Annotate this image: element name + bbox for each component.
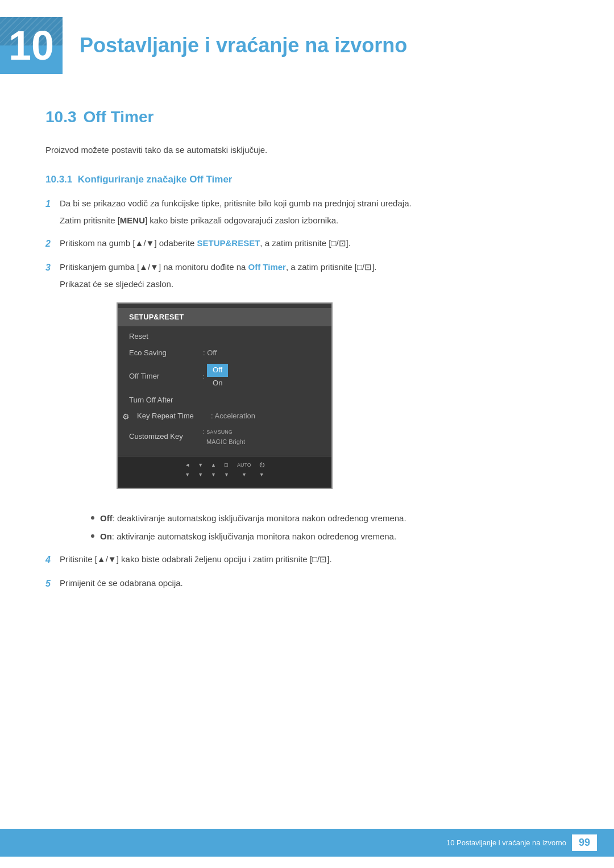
menu-row-label: Turn Off After [129, 394, 203, 406]
footer-page-num: 99 [572, 834, 597, 851]
menu-row-reset: Reset [118, 329, 331, 345]
monitor-screenshot: SETUP&RESET Reset Eco Saving : Off [117, 302, 333, 489]
page-header: 10 Postavljanje i vraćanje na izvorno [0, 0, 614, 85]
chapter-number-block: 10 [0, 17, 63, 74]
bullet-item-on: On: aktiviranje automatskog isključivanj… [91, 530, 569, 543]
step-item-4: 4 Pritisnite [▲/▼] kako biste odabrali ž… [45, 553, 569, 567]
section-heading: 10.3Off Timer [45, 108, 569, 126]
bullet-dot [91, 534, 94, 538]
step-text: Pritiskom na gumb [▲/▼] odaberite SETUP&… [60, 238, 351, 248]
step-number: 2 [45, 236, 60, 251]
menu-items: Reset Eco Saving : Off Off Timer : [118, 326, 331, 451]
toolbar-btn-down: ▼ ▼ [198, 460, 203, 479]
menu-row-label: Customized Key [129, 431, 203, 443]
step-text: Da bi se prikazao vodič za funkcijske ti… [60, 198, 412, 208]
subsection-heading: 10.3.1 Konfiguriranje značajke Off Timer [45, 174, 569, 185]
chapter-title: Postavljanje i vraćanje na izvorno [80, 34, 407, 57]
step-text: Primijenit će se odabrana opcija. [60, 578, 183, 588]
bullet-text-off: Off: deaktiviranje automatskog isključiv… [100, 512, 406, 525]
value-box: Off On [207, 364, 228, 390]
bullet-item-off: Off: deaktiviranje automatskog isključiv… [91, 512, 569, 525]
monitor-menu: SETUP&RESET Reset Eco Saving : Off [118, 304, 331, 456]
menu-row-eco: Eco Saving : Off [118, 345, 331, 362]
step-item-5: 5 Primijenit će se odabrana opcija. [45, 576, 569, 591]
step-item: 3 Pritiskanjem gumba [▲/▼] na monitoru d… [45, 260, 569, 501]
section-number: 10.3 [45, 108, 77, 126]
main-content: 10.3Off Timer Proizvod možete postaviti … [0, 108, 614, 647]
menu-row-turn-off: Turn Off After [118, 392, 331, 409]
step-text: Pritiskanjem gumba [▲/▼] na monitoru dođ… [60, 262, 377, 272]
page-footer: 10 Postavljanje i vraćanje na izvorno 99 [0, 829, 614, 857]
val-off: Off [207, 364, 228, 377]
step-content: Pritisnite [▲/▼] kako biste odabrali žel… [60, 553, 569, 567]
menu-title: SETUP&RESET [118, 308, 331, 327]
step-content: Pritiskom na gumb [▲/▼] odaberite SETUP&… [60, 236, 569, 251]
menu-row-key-repeat: ⚙ Key Repeat Time : Acceleration [118, 408, 331, 425]
menu-row-label: Key Repeat Time [137, 410, 211, 422]
step-item: 2 Pritiskom na gumb [▲/▼] odaberite SETU… [45, 236, 569, 251]
menu-row-label: Reset [129, 331, 203, 343]
step-number: 4 [45, 553, 60, 567]
selection-indicator: : [203, 372, 205, 382]
steps-list-cont: 4 Pritisnite [▲/▼] kako biste odabrali ž… [45, 553, 569, 591]
toolbar-btn-up: ▲ ▼ [211, 460, 216, 479]
toolbar-btn-left: ◄ ▼ [185, 460, 190, 479]
step-content: Da bi se prikazao vodič za funkcijske ti… [60, 197, 569, 227]
menu-row-label: Eco Saving [129, 347, 203, 359]
step-content: Pritiskanjem gumba [▲/▼] na monitoru dođ… [60, 260, 569, 501]
intro-text: Proizvod možete postaviti tako da se aut… [45, 143, 569, 157]
toolbar-btn-power: ⏻ ▼ [259, 460, 264, 479]
step-sub: Zatim pritisnite [MENU] kako biste prika… [60, 214, 569, 227]
toolbar-btn-auto: AUTO ▼ [237, 460, 251, 479]
menu-row-value: : SAMSUNG MAGIC Bright [203, 427, 245, 447]
section-title: Off Timer [84, 108, 154, 126]
menu-row-value: : Off [203, 347, 217, 359]
menu-row-label: Off Timer [129, 371, 203, 383]
step-number: 1 [45, 197, 60, 227]
steps-list: 1 Da bi se prikazao vodič za funkcijske … [45, 197, 569, 500]
footer-text: 10 Postavljanje i vraćanje na izvorno [446, 838, 566, 847]
subsection-number: 10.3.1 [45, 174, 72, 185]
val-on: On [207, 377, 228, 390]
menu-row-customized: Customized Key : SAMSUNG MAGIC Bright [118, 425, 331, 449]
step-number: 3 [45, 260, 60, 501]
step-text: Pritisnite [▲/▼] kako biste odabrali žel… [60, 554, 332, 564]
step-item: 1 Da bi se prikazao vodič za funkcijske … [45, 197, 569, 227]
menu-row-off-timer: Off Timer : Off On [118, 362, 331, 392]
bullet-text-on: On: aktiviranje automatskog isključivanj… [100, 530, 396, 543]
step-content: Primijenit će se odabrana opcija. [60, 576, 569, 591]
chapter-number: 10 [9, 25, 54, 66]
step-sub: Prikazat će se sljedeći zaslon. [60, 277, 569, 291]
subsection-title: Konfiguriranje značajke Off Timer [78, 174, 233, 185]
menu-row-value: : Acceleration [211, 410, 255, 422]
gear-icon: ⚙ [122, 410, 130, 423]
monitor-toolbar: ◄ ▼ ▼ ▼ ▲ ▼ ⊡ ▼ [118, 456, 331, 482]
bullet-list: Off: deaktiviranje automatskog isključiv… [91, 512, 569, 543]
toolbar-btn-enter: ⊡ ▼ [224, 460, 229, 479]
bullet-dot [91, 516, 94, 520]
step-number: 5 [45, 576, 60, 591]
